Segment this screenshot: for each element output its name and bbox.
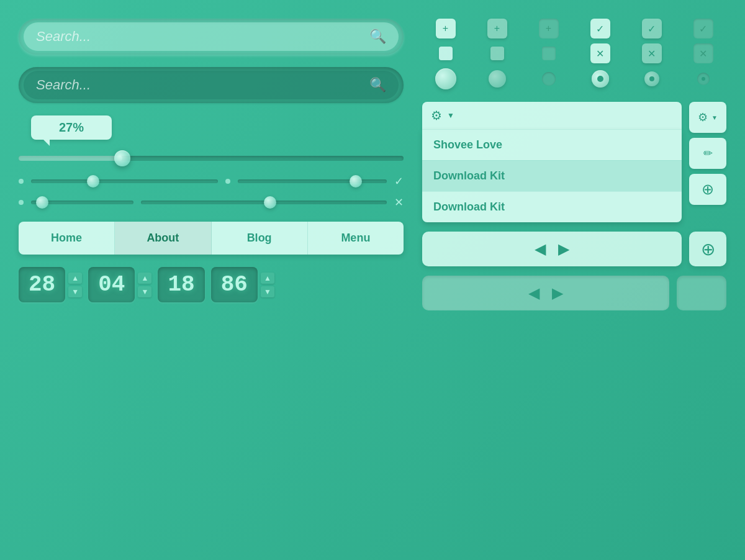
check-box-2[interactable]: ✓: [642, 19, 662, 38]
plus-box-2[interactable]: +: [487, 19, 507, 38]
slider-row-2: ✕: [19, 196, 404, 209]
x-box-1[interactable]: ✕: [590, 43, 610, 63]
digit-display-2: 18: [158, 267, 204, 302]
digit-down-3[interactable]: ▼: [261, 286, 274, 297]
slider-track-sm-4[interactable]: [141, 201, 387, 204]
x-box-3[interactable]: ✕: [693, 43, 713, 63]
sq-box-3[interactable]: [542, 47, 556, 60]
search-icon-1[interactable]: 🔍: [369, 29, 386, 45]
icon-cell-plus-2: +: [474, 19, 520, 38]
slider-track-sm-2[interactable]: [238, 179, 387, 183]
slider-thumb-sm-2[interactable]: [350, 175, 362, 187]
circle-3[interactable]: [542, 72, 556, 86]
radio-1[interactable]: [592, 70, 609, 88]
slider-section: 27%: [19, 115, 404, 209]
search-bar-2-inner: 🔍: [24, 71, 399, 99]
slider-fill: [19, 156, 122, 161]
left-panel: 🔍 🔍 27%: [19, 19, 404, 541]
icon-cell-check-2: ✓: [628, 19, 675, 38]
icon-cell-sq-1: [422, 43, 469, 63]
digit-counter: 28 ▲ ▼ 04 ▲ ▼ 18: [19, 267, 404, 302]
plus-circle-icon: ⊕: [702, 181, 714, 198]
main-slider-container[interactable]: [19, 152, 404, 165]
media-section-2: ◀ ▶: [422, 276, 726, 310]
circle-1[interactable]: [435, 68, 456, 89]
edit-btn[interactable]: ✏: [689, 138, 726, 169]
right-panel: + + + ✓ ✓ ✓: [422, 19, 726, 541]
digit-arrows-0: ▲ ▼: [68, 273, 82, 297]
digit-down-1[interactable]: ▼: [138, 286, 151, 297]
main-slider-track: [19, 156, 404, 161]
digit-value-2: 18: [168, 272, 194, 297]
radio-2[interactable]: [644, 71, 659, 86]
dropdown-header[interactable]: ⚙ ▼: [422, 102, 682, 129]
digit-block-2: 18: [158, 267, 204, 302]
icon-cell-radio-3: [680, 68, 726, 89]
media-next-btn-2[interactable]: ▶: [552, 284, 563, 302]
digit-down-0[interactable]: ▼: [68, 286, 82, 297]
nav-tab-blog[interactable]: Blog: [212, 222, 308, 255]
digit-value-3: 86: [221, 272, 248, 297]
search-bar-1-inner: 🔍: [24, 22, 399, 51]
digit-block-0: 28 ▲ ▼: [19, 267, 82, 302]
icon-cell-x-1: ✕: [577, 43, 623, 63]
icon-cell-x-3: ✕: [680, 43, 726, 63]
check-box-1[interactable]: ✓: [590, 19, 610, 38]
plus-circle-icon-1: ⊕: [701, 239, 715, 260]
digit-up-0[interactable]: ▲: [68, 273, 82, 284]
slider-row-1: ✓: [19, 174, 404, 188]
media-empty-box: [677, 276, 726, 310]
media-prev-btn-1[interactable]: ◀: [535, 240, 546, 258]
nav-tab-home[interactable]: Home: [19, 222, 115, 255]
icon-cell-circ-1: [422, 68, 469, 89]
digit-up-3[interactable]: ▲: [261, 273, 274, 284]
slider-thumb-sm-1[interactable]: [87, 175, 99, 187]
arrow-down-icon: ▼: [447, 111, 454, 120]
search-bar-2-outer: 🔍: [19, 67, 404, 103]
check-box-3[interactable]: ✓: [693, 19, 713, 38]
nav-tab-about[interactable]: About: [115, 222, 211, 255]
slider-thumb-sm-3[interactable]: [36, 196, 48, 209]
dropdown-item-0[interactable]: Shovee Love: [422, 129, 682, 160]
main-container: 🔍 🔍 27%: [0, 0, 745, 560]
circle-2[interactable]: [489, 70, 506, 88]
icon-cell-radio-2: [628, 68, 675, 89]
arrow-btn-icon: ▼: [711, 114, 718, 121]
slider-track-sm-1[interactable]: [31, 179, 218, 183]
media-prev-btn-2[interactable]: ◀: [528, 284, 540, 302]
small-sliders: ✓ ✕: [19, 174, 404, 209]
dropdown-item-2[interactable]: Download Kit: [422, 191, 682, 222]
dot-2: [225, 179, 230, 184]
search-input-1[interactable]: [36, 29, 363, 45]
slider-check-icon: ✓: [394, 174, 404, 188]
search-icon-2[interactable]: 🔍: [369, 77, 386, 93]
plus-box-3[interactable]: +: [539, 19, 559, 38]
digit-up-1[interactable]: ▲: [138, 273, 151, 284]
slider-thumb-sm-4[interactable]: [264, 196, 276, 209]
side-buttons: ⚙ ▼ ✏ ⊕: [689, 102, 726, 205]
icon-cell-circ-3: [525, 68, 572, 89]
icon-cell-sq-3: [525, 43, 572, 63]
dropdown-item-1[interactable]: Download Kit: [422, 160, 682, 191]
digit-display-3: 86: [211, 267, 258, 302]
sq-box-1[interactable]: [439, 47, 453, 60]
media-plus-btn-1[interactable]: ⊕: [689, 232, 726, 266]
nav-tab-menu[interactable]: Menu: [308, 222, 404, 255]
digit-display-0: 28: [19, 267, 65, 302]
icon-cell-plus-1: +: [422, 19, 469, 38]
media-next-btn-1[interactable]: ▶: [558, 240, 569, 258]
sq-box-2[interactable]: [490, 47, 504, 60]
add-circle-btn[interactable]: ⊕: [689, 174, 726, 205]
plus-box-1[interactable]: +: [436, 19, 456, 38]
x-box-2[interactable]: ✕: [642, 43, 662, 63]
tooltip-value: 27%: [59, 120, 84, 134]
search-input-2[interactable]: [36, 77, 363, 93]
gear-settings-btn[interactable]: ⚙ ▼: [689, 102, 726, 133]
slider-track-sm-3[interactable]: [31, 201, 133, 204]
digit-arrows-3: ▲ ▼: [261, 273, 274, 297]
search-bar-1-outer: 🔍: [19, 19, 404, 55]
dropdown-main: ⚙ ▼ Shovee Love Download Kit Download Ki…: [422, 102, 682, 222]
dot-3: [19, 200, 24, 205]
radio-3[interactable]: [697, 73, 710, 85]
slider-thumb[interactable]: [114, 150, 130, 166]
